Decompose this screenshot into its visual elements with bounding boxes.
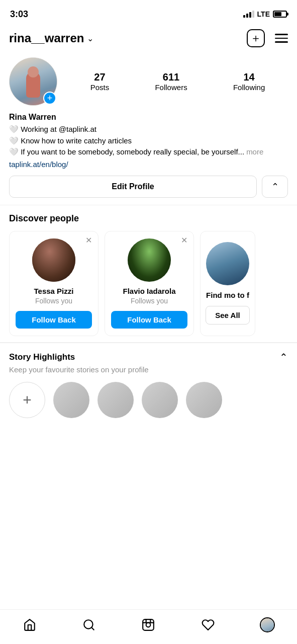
profile-top: + 27 Posts 611 Followers 14 Following <box>9 57 288 106</box>
home-icon <box>23 618 36 631</box>
highlight-item-2[interactable] <box>97 382 134 418</box>
chevron-up-icon: ⌃ <box>271 181 279 192</box>
action-buttons: Edit Profile ⌃ <box>9 176 288 198</box>
highlight-add-circle[interactable]: + <box>9 382 45 418</box>
find-more-card: Find mo to f See All <box>200 231 255 336</box>
plus-icon: + <box>23 391 32 409</box>
search-icon <box>82 618 95 631</box>
status-icons: LTE <box>243 10 287 18</box>
highlight-item-3[interactable] <box>142 382 178 418</box>
username: rina__warren <box>9 31 84 45</box>
highlights-row: + <box>9 382 288 418</box>
flavio-name: Flavio Iadarola <box>123 287 175 295</box>
find-more-avatar-image <box>206 242 249 285</box>
nav-profile[interactable] <box>255 616 279 634</box>
bio-line-1: 🤍 Working at @taplink.at <box>9 124 288 135</box>
person-card-flavio: ✕ Flavio Iadarola Follows you Follow Bac… <box>105 231 194 336</box>
stats-row: 27 Posts 611 Followers 14 Following <box>67 71 288 92</box>
close-tessa-button[interactable]: ✕ <box>85 236 92 245</box>
avatar-wrap: + <box>9 57 57 106</box>
hamburger-icon <box>275 41 288 43</box>
highlights-title: Story Highlights <box>9 352 75 362</box>
nav-reels[interactable] <box>136 616 160 634</box>
discover-title: Discover people <box>9 213 288 224</box>
plus-icon: ＋ <box>250 31 261 46</box>
heart-icon <box>202 618 215 631</box>
highlights-subtitle: Keep your favourite stories on your prof… <box>9 365 288 374</box>
person-avatar-tessa <box>32 238 75 282</box>
person-card-tessa: ✕ Tessa Pizzi Follows you Follow Back <box>9 231 98 336</box>
bio-line-2: 🤍 Know how to write catchy articles <box>9 135 288 147</box>
bio-block: 🤍 Working at @taplink.at 🤍 Know how to w… <box>9 124 288 158</box>
highlight-add-item[interactable]: + <box>9 382 45 418</box>
highlight-circle-1[interactable] <box>53 382 89 418</box>
profile-section: + 27 Posts 611 Followers 14 Following Ri… <box>0 52 297 205</box>
see-all-button[interactable]: See All <box>206 306 250 325</box>
highlight-circle-2[interactable] <box>97 382 134 418</box>
close-flavio-button[interactable]: ✕ <box>181 236 187 245</box>
chevron-down-icon[interactable]: ⌄ <box>87 34 93 43</box>
posts-count: 27 <box>94 71 105 83</box>
bottom-nav <box>0 609 297 644</box>
signal-bars-icon <box>243 11 254 18</box>
followers-stat[interactable]: 611 Followers <box>155 71 187 92</box>
header: rina__warren ⌄ ＋ <box>0 25 297 52</box>
tessa-avatar-image <box>32 238 75 282</box>
followers-count: 611 <box>163 71 179 83</box>
follow-back-flavio-button[interactable]: Follow Back <box>111 311 187 329</box>
lte-label: LTE <box>257 10 270 18</box>
svg-point-3 <box>146 623 151 627</box>
person-avatar-flavio <box>128 238 171 282</box>
nav-home[interactable] <box>18 616 42 634</box>
nav-profile-avatar <box>260 617 275 632</box>
flavio-sub: Follows you <box>131 297 168 305</box>
highlights-header: Story Highlights ⌃ <box>9 351 288 363</box>
follow-back-tessa-button[interactable]: Follow Back <box>16 311 92 329</box>
find-more-avatar <box>206 242 249 285</box>
highlights-collapse-button[interactable]: ⌃ <box>279 351 288 363</box>
highlight-circle-4[interactable] <box>186 382 222 418</box>
following-label: Following <box>233 83 265 92</box>
find-more-label: Find mo to f <box>206 290 249 300</box>
tessa-name: Tessa Pizzi <box>34 287 74 295</box>
story-highlights-section: Story Highlights ⌃ Keep your favourite s… <box>0 343 297 418</box>
bio-line-3: 🤍 If you want to be somebody, somebody r… <box>9 146 288 158</box>
header-actions: ＋ <box>247 29 288 47</box>
tessa-sub: Follows you <box>35 297 72 305</box>
posts-label: Posts <box>90 83 110 92</box>
profile-name: Rina Warren <box>9 113 288 122</box>
add-post-button[interactable]: ＋ <box>247 29 265 47</box>
reels-icon <box>142 618 155 631</box>
posts-stat[interactable]: 27 Posts <box>90 71 110 92</box>
followers-label: Followers <box>155 83 187 92</box>
hamburger-icon <box>275 38 288 39</box>
nav-likes[interactable] <box>196 616 220 634</box>
bio-more[interactable]: more <box>246 146 263 158</box>
more-options-button[interactable]: ⌃ <box>262 176 288 198</box>
bio-link[interactable]: taplink.at/en/blog/ <box>9 160 288 169</box>
edit-profile-button[interactable]: Edit Profile <box>9 176 257 198</box>
status-time: 3:03 <box>10 9 28 20</box>
discover-section: Discover people ✕ Tessa Pizzi Follows yo… <box>0 205 297 342</box>
svg-rect-2 <box>143 619 154 630</box>
nav-search[interactable] <box>77 616 101 634</box>
discover-scroll: ✕ Tessa Pizzi Follows you Follow Back ✕ … <box>9 231 288 336</box>
add-story-button[interactable]: + <box>43 92 56 105</box>
status-bar: 3:03 LTE <box>0 0 297 25</box>
highlight-item-4[interactable] <box>186 382 222 418</box>
svg-line-1 <box>91 627 94 630</box>
battery-icon <box>273 11 287 18</box>
highlight-item-1[interactable] <box>53 382 89 418</box>
username-area[interactable]: rina__warren ⌄ <box>9 31 93 45</box>
flavio-avatar-image <box>128 238 171 282</box>
hamburger-icon <box>275 34 288 35</box>
nav-avatar-image <box>261 618 274 631</box>
following-count: 14 <box>244 71 255 83</box>
menu-button[interactable] <box>275 34 288 43</box>
following-stat[interactable]: 14 Following <box>233 71 265 92</box>
highlight-circle-3[interactable] <box>142 382 178 418</box>
